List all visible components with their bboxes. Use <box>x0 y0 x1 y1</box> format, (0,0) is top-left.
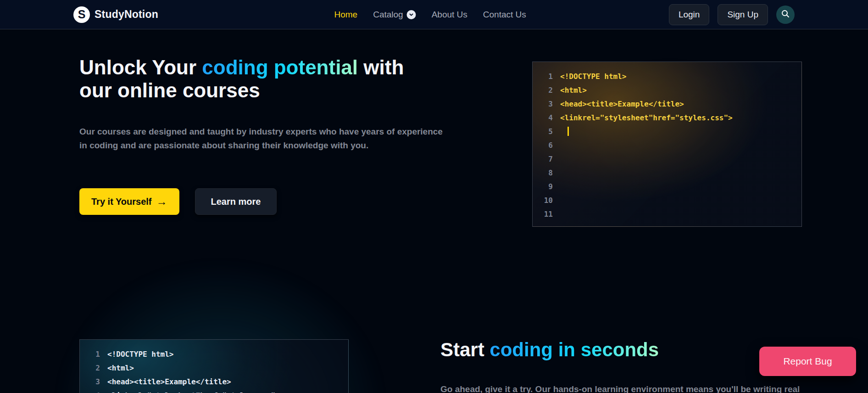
nav-link-catalog[interactable]: Catalog <box>373 10 416 20</box>
code-text: <linkrel="stylesheet"href="styles.css"> <box>560 113 733 122</box>
nav-link-label: Catalog <box>373 10 403 20</box>
chevron-down-icon <box>407 10 416 19</box>
code-line: 11 <box>533 207 801 221</box>
code-text: <head><title>Example</title> <box>107 377 231 386</box>
code-text: <html> <box>560 86 587 95</box>
search-button[interactable] <box>776 6 795 24</box>
code-line: 7 <box>533 152 801 166</box>
code-line: 10 <box>533 193 801 207</box>
line-number: 11 <box>533 210 553 219</box>
code-text: <head><title>Example</title> <box>560 100 684 108</box>
line-number: 5 <box>533 127 553 136</box>
code-text: <html> <box>107 364 134 372</box>
code-line: 4<linkrel="stylesheet"href="styles.css"> <box>533 111 801 124</box>
line-number: 4 <box>80 391 100 393</box>
hero-title-highlight: coding potential <box>202 56 358 79</box>
text-cursor <box>568 127 569 136</box>
code-line: 1<!DOCTYPE html> <box>533 69 801 83</box>
code-editor-block-section2: 1<!DOCTYPE html>2<html>3<head><title>Exa… <box>79 339 349 393</box>
code-line: 5 <box>533 124 801 138</box>
line-number: 1 <box>533 72 553 81</box>
try-it-yourself-button[interactable]: Try it Yourself → <box>79 188 179 215</box>
section2-title-highlight: coding in seconds <box>490 339 659 360</box>
hero-title: Unlock Your coding potential with our on… <box>79 56 442 102</box>
line-number: 2 <box>80 364 100 372</box>
code-line: 2<html> <box>80 361 348 375</box>
nav-links: HomeCatalogAbout UsContact Us <box>334 10 526 20</box>
login-button[interactable]: Login <box>669 4 710 25</box>
code-line: 2<html> <box>533 83 801 97</box>
line-number: 8 <box>533 168 553 177</box>
code-editor-block-hero: 1<!DOCTYPE html>2<html>3<head><title>Exa… <box>532 62 802 227</box>
code-line: 6 <box>533 138 801 152</box>
search-icon <box>781 9 790 20</box>
studynotion-logo-icon: S <box>73 6 90 23</box>
code-text: <!DOCTYPE html> <box>560 72 627 81</box>
code-line: 9 <box>533 180 801 193</box>
nav-link-label: Home <box>334 10 357 20</box>
nav-link-about-us[interactable]: About Us <box>432 10 467 20</box>
hero-title-prefix: Unlock Your <box>79 56 202 79</box>
nav-actions: Login Sign Up <box>669 4 795 25</box>
brand-name: StudyNotion <box>95 8 158 21</box>
line-number: 1 <box>80 350 100 359</box>
line-number: 6 <box>533 141 553 150</box>
arrow-right-icon: → <box>156 196 167 207</box>
page: S StudyNotion HomeCatalogAbout UsContact… <box>0 0 868 393</box>
section2-title-prefix: Start <box>440 339 490 360</box>
code-line: 3<head><title>Example</title> <box>80 375 348 388</box>
code-line: 1<!DOCTYPE html> <box>80 347 348 361</box>
line-number: 10 <box>533 196 553 205</box>
learn-more-button[interactable]: Learn more <box>195 188 277 215</box>
nav-link-label: Contact Us <box>483 10 526 20</box>
code-line: 4<linkrel="stylesheet"href="styles.css"> <box>80 388 348 393</box>
line-number: 9 <box>533 182 553 191</box>
nav-link-home[interactable]: Home <box>334 10 357 20</box>
section2-description: Go ahead, give it a try. Our hands-on le… <box>440 382 807 393</box>
try-it-yourself-label: Try it Yourself <box>91 196 152 207</box>
hero-cta-row: Try it Yourself → Learn more <box>79 188 277 215</box>
brand-logo[interactable]: S StudyNotion <box>73 6 158 23</box>
code-line: 3<head><title>Example</title> <box>533 97 801 111</box>
signup-button[interactable]: Sign Up <box>718 4 768 25</box>
line-number: 7 <box>533 155 553 163</box>
navbar-inner: S StudyNotion HomeCatalogAbout UsContact… <box>0 0 868 29</box>
line-number: 4 <box>533 113 553 122</box>
line-number: 2 <box>533 86 553 95</box>
learn-more-label: Learn more <box>211 196 261 207</box>
code-text: <linkrel="stylesheet"href="styles.css"> <box>107 391 280 393</box>
code-line: 8 <box>533 166 801 180</box>
code-text: <!DOCTYPE html> <box>107 350 174 359</box>
navbar: S StudyNotion HomeCatalogAbout UsContact… <box>0 0 868 29</box>
nav-link-contact-us[interactable]: Contact Us <box>483 10 526 20</box>
report-bug-button[interactable]: Report Bug <box>759 347 856 376</box>
hero-description: Our courses are designed and taught by i… <box>79 125 446 152</box>
section2-title: Start coding in seconds <box>440 339 807 361</box>
line-number: 3 <box>80 377 100 386</box>
line-number: 3 <box>533 100 553 108</box>
nav-link-label: About Us <box>432 10 467 20</box>
